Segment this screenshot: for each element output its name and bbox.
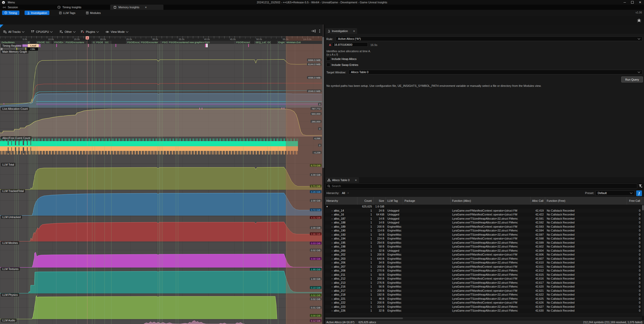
frame-segment[interactable]: GC [104, 41, 111, 44]
table-vertical-scrollbar[interactable] [642, 205, 644, 316]
table-row[interactable]: ●alloc_193154 BEngineMiscLyraGame.exe!TS… [325, 233, 642, 237]
column-header-alloc-call[interactable]: Alloc Call [531, 197, 545, 205]
table-row[interactable]: ●alloc_2221200 BEngineMiscLyraGame.exe!F… [325, 301, 642, 305]
table-row[interactable]: ●alloc_2131276 BEngineMiscLyraGame.exe!T… [325, 281, 642, 285]
view-mode-dropdown[interactable]: View Mode [106, 28, 128, 36]
filter-icon[interactable] [639, 184, 642, 188]
frame-segment[interactable]: GC [266, 41, 271, 44]
close-button[interactable]: ✕ [636, 0, 644, 5]
table-row[interactable]: ●alloc_2231324 BEngineMiscLyraGame.exe!T… [325, 305, 642, 309]
timing-region-slo[interactable]: <Slo [27, 47, 38, 51]
timing-region-load[interactable]: Load [28, 44, 39, 47]
tab-timing-insights[interactable]: Timing Insights [57, 5, 81, 10]
time-a-input[interactable]: 16.870183600 [332, 42, 368, 47]
track-label[interactable]: LLM Meshes [1, 241, 19, 245]
track-label[interactable]: Alloc/Free Event Count [1, 136, 32, 140]
table-row[interactable]: ●alloc_1951254 BEngineMiscLyraGame.exe!T… [325, 241, 642, 245]
plugins-dropdown[interactable]: Plugins [81, 28, 99, 36]
frame-segment[interactable]: PSO [161, 41, 168, 44]
frame-segment[interactable]: PSO/Encou [126, 41, 140, 44]
frame-segment[interactable]: PSO/E [95, 41, 103, 44]
other-tracks-dropdown[interactable]: Other [59, 28, 75, 36]
table-horizontal-scrollbar[interactable] [325, 317, 642, 320]
table-row[interactable]: ●alloc_1941224 BEngineMiscLyraGame.exe!F… [325, 237, 642, 241]
track-label[interactable]: LLM Physics [1, 293, 19, 297]
minimize-button[interactable] [621, 0, 628, 5]
table-row[interactable]: ●alloc_14124 BUntaggedLyraGame.exe!FMani… [325, 209, 642, 213]
llm-tags-button[interactable]: LLM Tags [57, 11, 77, 15]
table-row[interactable]: ●alloc_2021200 BEngineMiscLyraGame.exe!F… [325, 253, 642, 257]
bug-report-icon[interactable] [637, 18, 641, 23]
frame-segment[interactable]: PSO/Encountere [65, 41, 87, 44]
table-row-total[interactable]: ▾ All (625,625)625,6251.6 GiB [325, 205, 642, 209]
maximize-button[interactable] [628, 0, 636, 5]
tracks-scrollbar-thumb[interactable] [322, 37, 324, 168]
modules-button[interactable]: Modules [84, 11, 102, 15]
search-input[interactable]: Search [325, 183, 637, 189]
table-row[interactable]: ●alloc_2031640 BEngineMiscLyraGame.exe!T… [325, 257, 642, 261]
preset-dropdown[interactable]: Default [595, 190, 635, 196]
target-window-dropdown[interactable]: Allocs Table 0 [349, 70, 642, 74]
track-label[interactable]: LLM Textures [1, 267, 20, 271]
track-label[interactable]: LLM Untracked [1, 215, 22, 219]
table-row[interactable]: ●alloc_187114 BUntaggedLyraGame.exe!TSiz… [325, 217, 642, 221]
frame-segment[interactable]: GC [45, 41, 51, 44]
frame-segment[interactable]: PSO/E [36, 41, 45, 44]
track-label[interactable]: LLM TrackedTotal [1, 189, 25, 193]
all-tracks-dropdown[interactable]: All Tracks [3, 28, 24, 36]
table-row[interactable]: ●alloc_2071200 BEngineMiscLyraGame.exe!F… [325, 265, 642, 269]
table-row[interactable]: ●alloc_200132 BUntaggedLyraGame.exe!TSiz… [325, 249, 642, 253]
column-header-count[interactable]: Count [357, 197, 373, 205]
track-label[interactable]: Main Memory Graph [1, 50, 28, 53]
time-marker-a[interactable]: A [86, 36, 89, 40]
frame-segment[interactable]: Engin [277, 41, 285, 44]
tab-investigation[interactable]: Investigation ✕ [325, 28, 357, 34]
cpu-gpu-dropdown[interactable]: CPU/GPU [31, 28, 52, 36]
close-tab-icon[interactable]: ✕ [145, 6, 147, 9]
table-row[interactable]: ●alloc_2181192 BEngineMiscLyraGame.exe!T… [325, 293, 642, 297]
frame-segment[interactable]: PSO/Encounter [140, 41, 161, 44]
frames-track[interactable]: DefaultMainPPSO/EGCPSO/EnPSO/EncountereG… [0, 41, 322, 44]
table-row[interactable]: ●alloc_211150 BEngineMiscLyraGame.exe!TS… [325, 273, 642, 277]
hierarchy-breadcrumb[interactable]: All [342, 191, 345, 195]
timing-mode-button[interactable]: Timing [2, 11, 19, 15]
table-row[interactable]: ●alloc_198158 BEngineMiscLyraGame.exe!TS… [325, 245, 642, 249]
track-label[interactable]: LLM Total [1, 163, 15, 166]
tab-session[interactable]: Session [3, 5, 18, 10]
table-row[interactable]: ●alloc_1901114 BEngineMiscLyraGame.exe!T… [325, 229, 642, 233]
close-tab-icon[interactable]: ✕ [355, 179, 357, 182]
function-format-button[interactable]: ƒ [636, 190, 642, 196]
frame-segment[interactable]: SEQ_Lob [254, 41, 266, 44]
include-heap-allocs-checkbox[interactable] [326, 57, 330, 61]
auto-scroll-icon[interactable] [311, 29, 316, 33]
track-options-icon[interactable] [319, 29, 320, 33]
table-row[interactable]: ●alloc_188114 BUntaggedLyraGame.exe!TSiz… [325, 221, 642, 225]
column-header-function-free-[interactable]: Function (Free) [545, 197, 627, 205]
scrollbar-thumb[interactable] [325, 318, 403, 319]
frame-segment[interactable]: DefaultMain [1, 41, 26, 44]
include-swap-entries-checkbox[interactable] [326, 63, 330, 67]
column-header-package[interactable]: Package [403, 197, 451, 205]
table-row[interactable]: ●alloc_226132 BEngineMiscLyraGame.exe!TS… [325, 309, 642, 313]
frame-segment[interactable]: PSO/Encount [235, 41, 250, 44]
table-row[interactable]: ●alloc_16164 KiBUntaggedLyraGame.exe!FMa… [325, 213, 642, 217]
table-row[interactable]: ●alloc_1891200 BEngineMiscLyraGame.exe!F… [325, 225, 642, 229]
column-header-hierarchy[interactable]: Hierarchy [325, 197, 357, 205]
tab-allocs-table[interactable]: Allocs Table 0 ✕ [325, 177, 359, 183]
table-row[interactable]: ●alloc_2171200 BEngineMiscLyraGame.exe!F… [325, 289, 642, 293]
scrollbar-thumb[interactable] [642, 205, 644, 210]
column-header-function-alloc-[interactable]: Function (Alloc) [451, 197, 531, 205]
table-row[interactable]: ●alloc_216156 BEngineMiscLyraGame.exe!TS… [325, 285, 642, 289]
tab-memory-insights[interactable]: Memory Insights ✕ [110, 5, 163, 10]
frame-segment[interactable]: PSO/En [53, 41, 64, 44]
frame-segment[interactable]: P [27, 41, 30, 44]
investigation-mode-button[interactable]: Investigation [25, 11, 49, 15]
column-header-llm-tag[interactable]: LLM Tag [386, 197, 403, 205]
memory-graphs[interactable] [0, 41, 322, 324]
run-query-button[interactable]: Run Query [621, 76, 643, 82]
frame-segment[interactable]: PSO/Encountered new graphics PSO [168, 41, 235, 44]
frame-segment[interactable]: G [92, 41, 95, 44]
close-tab-icon[interactable]: ✕ [353, 30, 355, 33]
frame-segment[interactable]: WinMain.Exit [285, 41, 322, 44]
table-row[interactable]: ●alloc_206134 BEngineMiscLyraGame.exe!TS… [325, 261, 642, 265]
